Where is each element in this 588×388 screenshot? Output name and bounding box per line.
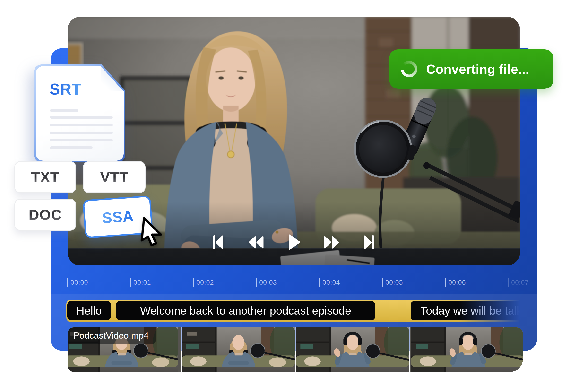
timeline-tick: 00:04: [319, 277, 340, 288]
timeline-ruler[interactable]: 00:00 00:01 00:02 00:03 00:04 00:05 00:0…: [0, 277, 588, 292]
format-label: TXT: [31, 169, 59, 186]
skip-next-button[interactable]: [364, 235, 375, 250]
tick-mark-icon: [67, 278, 68, 287]
tick-label: 00:06: [448, 279, 466, 286]
timeline-tick: 00:01: [130, 277, 151, 288]
video-filmstrip: PodcastVideo.mp4: [68, 327, 523, 372]
timeline-tick: 00:03: [256, 277, 277, 288]
document-text-line: [50, 109, 78, 112]
document-text-line: [50, 132, 113, 134]
timeline-tick: 00:02: [193, 277, 214, 288]
format-label: DOC: [29, 206, 62, 223]
document-text-line: [50, 139, 113, 142]
mouse-cursor-icon: [138, 216, 165, 248]
filmstrip-frame[interactable]: [296, 327, 409, 372]
video-filename-label: PodcastVideo.mp4: [68, 327, 156, 344]
subtitle-segment[interactable]: Hello: [67, 301, 111, 320]
document-text-line: [50, 116, 113, 119]
format-label: SSA: [101, 207, 134, 227]
document-page: SRT: [36, 66, 124, 161]
tick-label: 00:07: [511, 279, 529, 286]
format-badge-txt[interactable]: TXT: [14, 161, 76, 193]
document-format-label: SRT: [49, 80, 81, 98]
subtitle-segment[interactable]: Welcome back to another podcast episode: [116, 301, 375, 320]
subtitle-track[interactable]: Hello Welcome back to another podcast ep…: [66, 299, 539, 322]
tick-mark-icon: [256, 278, 257, 287]
format-badge-vtt[interactable]: VTT: [83, 161, 146, 193]
tick-label: 00:05: [385, 279, 403, 286]
filmstrip-frame[interactable]: [181, 327, 295, 372]
tick-label: 00:03: [259, 279, 277, 286]
timeline-tick: 00:07: [508, 277, 529, 288]
tick-mark-icon: [319, 278, 320, 287]
document-text-line: [50, 146, 92, 149]
play-button[interactable]: [288, 234, 300, 250]
converting-status-text: Converting file...: [426, 62, 529, 76]
format-badge-doc[interactable]: DOC: [14, 199, 76, 231]
loading-spinner-icon: [401, 61, 417, 77]
fast-forward-button[interactable]: [324, 236, 340, 249]
timeline-tick: 00:06: [445, 277, 466, 288]
converting-status-badge: Converting file...: [389, 49, 553, 89]
tick-label: 00:02: [196, 279, 214, 286]
timeline-tick: 00:05: [382, 277, 403, 288]
format-label: VTT: [100, 169, 128, 186]
document-text-line: [50, 124, 113, 126]
tick-mark-icon: [508, 278, 509, 287]
subtitle-text: Welcome back to another podcast episode: [140, 304, 351, 317]
srt-file-document: SRT: [34, 64, 125, 162]
rewind-button[interactable]: [248, 236, 264, 249]
tick-label: 00:04: [322, 279, 340, 286]
subtitle-text: Today we will be talking: [420, 304, 537, 317]
tick-mark-icon: [130, 278, 131, 287]
subtitle-text: Hello: [76, 304, 102, 317]
skip-previous-button[interactable]: [213, 235, 223, 250]
tick-label: 00:00: [70, 279, 88, 286]
subtitle-segment[interactable]: Today we will be talking: [411, 301, 539, 320]
tick-label: 00:01: [133, 279, 151, 286]
filmstrip-frame[interactable]: [410, 327, 523, 372]
tick-mark-icon: [193, 278, 194, 287]
tick-mark-icon: [445, 278, 446, 287]
tick-mark-icon: [382, 278, 383, 287]
timeline-tick: 00:00: [67, 277, 88, 288]
